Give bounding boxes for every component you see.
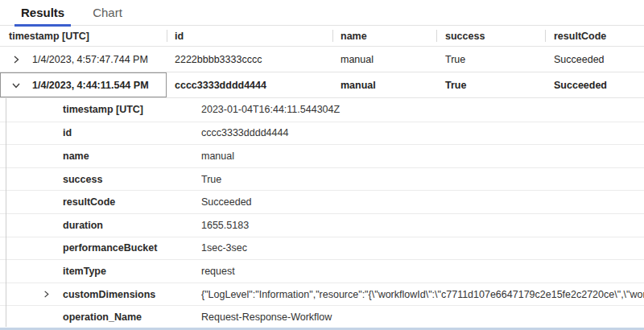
detail-label: name — [63, 151, 201, 162]
tab-bar: Results Chart — [0, 0, 644, 26]
detail-value: manual — [201, 151, 644, 162]
detail-label: id — [63, 127, 201, 138]
detail-row[interactable]: timestamp [UTC] 2023-01-04T16:44:11.5443… — [0, 98, 644, 122]
detail-value: request — [201, 266, 644, 277]
chevron-right-icon[interactable] — [0, 55, 32, 64]
detail-row-customDimensions[interactable]: customDimensions {"LogLevel":"Informatio… — [0, 283, 644, 306]
tab-results[interactable]: Results — [14, 0, 71, 26]
detail-row[interactable]: duration 1655.5183 — [0, 213, 644, 237]
detail-value: True — [201, 174, 644, 185]
tab-results-label: Results — [21, 6, 64, 19]
cell-name: manual — [332, 72, 436, 97]
detail-row[interactable]: name manual — [0, 144, 644, 167]
cell-resultCode: Succeeded — [545, 47, 644, 72]
detail-group-border — [6, 98, 6, 327]
selected-cell[interactable]: 1/4/2023, 4:44:11.544 PM — [0, 72, 167, 97]
detail-label: duration — [63, 220, 201, 231]
detail-label: customDimensions — [63, 289, 201, 300]
detail-value: {"LogLevel":"Information","resource":"{\… — [201, 289, 644, 300]
column-header-id[interactable]: id — [167, 26, 332, 46]
cell-id: cccc3333dddd4444 — [167, 72, 332, 97]
detail-label: timestamp [UTC] — [63, 104, 201, 115]
detail-value: Request-Response-Workflow — [201, 311, 644, 323]
cell-resultCode: Succeeded — [545, 72, 644, 97]
column-header-timestamp[interactable]: timestamp [UTC] — [0, 26, 167, 46]
detail-label: operation_Name — [63, 311, 201, 323]
tab-chart[interactable]: Chart — [86, 0, 129, 26]
table-row[interactable]: 1/4/2023, 4:57:47.744 PM 2222bbbb3333ccc… — [0, 47, 644, 72]
detail-label: itemType — [63, 266, 201, 277]
table-header-row: timestamp [UTC] id name success resultCo… — [0, 26, 644, 47]
chevron-right-icon[interactable] — [39, 290, 63, 299]
detail-row-operation-name[interactable]: operation_Name Request-Response-Workflow — [0, 305, 644, 328]
detail-row[interactable]: resultCode Succeeded — [0, 190, 644, 213]
cell-success: True — [436, 47, 545, 72]
detail-label: performanceBucket — [63, 242, 201, 254]
detail-value: 2023-01-04T16:44:11.544304Z — [201, 104, 644, 115]
detail-value: 1sec-3sec — [201, 242, 644, 254]
detail-value: Succeeded — [201, 196, 644, 208]
results-grid-panel: Results Chart timestamp [UTC] id name su… — [0, 0, 644, 330]
tab-chart-label: Chart — [93, 6, 122, 19]
cell-timestamp: 1/4/2023, 4:57:47.744 PM — [32, 54, 148, 65]
cell-timestamp: 1/4/2023, 4:44:11.544 PM — [32, 80, 149, 91]
expanded-row-details: timestamp [UTC] 2023-01-04T16:44:11.5443… — [0, 98, 644, 328]
chevron-down-icon[interactable] — [0, 80, 32, 90]
detail-value: cccc3333dddd4444 — [201, 127, 644, 138]
detail-row[interactable]: performanceBucket 1sec-3sec — [0, 237, 644, 260]
column-header-resultCode[interactable]: resultCode — [545, 26, 644, 46]
column-header-name[interactable]: name — [332, 26, 436, 46]
column-header-success[interactable]: success — [436, 26, 545, 46]
cell-id: 2222bbbb3333cccc — [167, 47, 332, 72]
detail-row[interactable]: id cccc3333dddd4444 — [0, 122, 644, 145]
detail-row[interactable]: success True — [0, 167, 644, 191]
detail-label: success — [63, 174, 201, 185]
detail-row[interactable]: itemType request — [0, 259, 644, 283]
cell-success: True — [436, 72, 545, 97]
detail-value: 1655.5183 — [201, 220, 644, 231]
detail-label: resultCode — [63, 196, 201, 208]
cell-name: manual — [332, 47, 436, 72]
table-row-expanded[interactable]: 1/4/2023, 4:44:11.544 PM cccc3333dddd444… — [0, 72, 644, 98]
results-table: timestamp [UTC] id name success resultCo… — [0, 26, 644, 328]
